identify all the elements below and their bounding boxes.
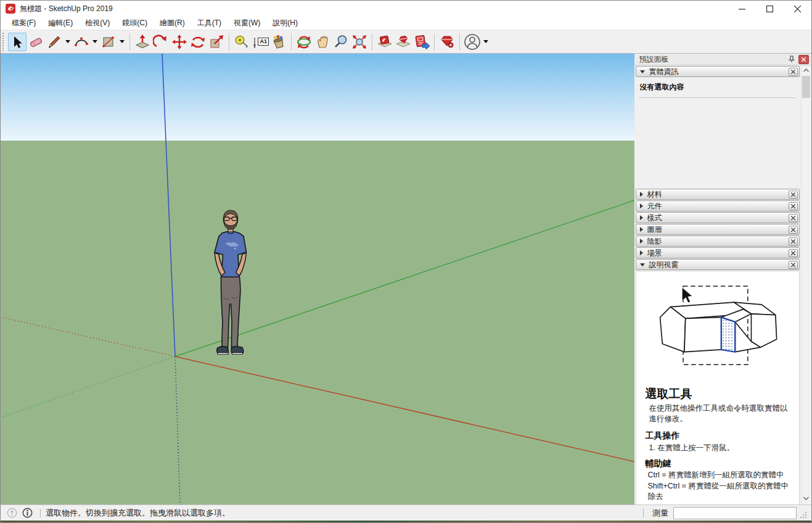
rectangle-tool-dropdown[interactable] [118,33,126,51]
text-tool-button[interactable]: A1 [251,33,269,51]
sketchup-logo-icon [6,4,15,14]
section-label: 場景 [647,248,789,258]
pan-tool-button[interactable] [313,33,332,51]
push-pull-tool-button[interactable] [133,33,152,51]
menu-tools[interactable]: 工具(T) [191,16,228,30]
instructor-operation-heading: 工具操作 [645,430,794,442]
toolbar-grip[interactable] [2,33,6,51]
select-tool-button[interactable] [8,33,27,51]
close-section-button[interactable] [789,214,798,222]
line-tool-button[interactable] [45,33,64,51]
section-styles[interactable]: 樣式 [636,212,800,223]
scrollbar-thumb[interactable] [802,76,810,98]
arc-tool-button[interactable] [72,33,91,51]
tray-close-button[interactable] [798,55,809,64]
model-viewport[interactable] [1,54,634,504]
section-instructor[interactable]: 說明視窗 [636,259,800,270]
close-button[interactable] [784,1,811,17]
sketchup-window: 無標題 - SketchUp Pro 2019 檔案(F) 編輯(E) 檢視(V… [0,0,812,523]
arc-icon [73,35,89,49]
window-title: 無標題 - SketchUp Pro 2019 [20,4,113,14]
instructor-operation-step: 1. 在實體上按一下滑鼠。 [649,443,794,453]
pin-icon[interactable] [787,55,797,64]
rotate-icon [190,34,206,50]
resize-grip[interactable] [799,511,808,519]
tape-measure-tool-button[interactable] [232,33,251,51]
close-section-button[interactable] [789,237,798,245]
paint-bucket-tool-button[interactable] [269,33,288,51]
menu-bar: 檔案(F) 編輯(E) 檢視(V) 鏡頭(C) 繪圖(R) 工具(T) 視窗(W… [1,17,811,30]
section-layers[interactable]: 圖層 [636,224,800,235]
desktop-background-strip [1,521,811,523]
line-tool-dropdown[interactable] [64,33,72,51]
geolocation-icon[interactable] [7,508,17,518]
send-to-layout-button[interactable] [412,33,431,51]
text-pin-icon [252,35,257,49]
menu-view[interactable]: 檢視(V) [79,16,116,30]
menu-help[interactable]: 說明(H) [266,16,304,30]
account-dropdown[interactable] [482,33,490,51]
instructor-modifier-heading: 輔助鍵 [645,458,794,469]
3d-warehouse-button[interactable] [375,33,394,51]
orbit-icon [296,34,312,50]
scale-tool-button[interactable] [207,33,226,51]
close-icon [791,239,795,244]
expand-arrow-icon [640,250,643,255]
status-separator [40,509,41,517]
section-shadows[interactable]: 陰影 [636,236,800,247]
panel-scrollbar[interactable] [801,65,811,504]
measurements-label: 測量 [652,508,668,519]
eraser-tool-button[interactable] [27,33,45,51]
scroll-down-button[interactable] [802,493,811,503]
move-tool-button[interactable] [170,33,189,51]
pencil-icon [47,35,62,49]
orbit-tool-button[interactable] [295,33,313,51]
status-message: 選取物件。切換到擴充選取。拖曳滑鼠以選取多項。 [46,508,638,519]
credits-icon[interactable] [22,508,33,518]
toolbar-separator [434,33,435,51]
close-section-button[interactable] [789,191,798,199]
status-separator [643,509,644,517]
close-icon [802,57,806,62]
offset-tool-button[interactable] [152,33,170,51]
extension-manager-icon [438,34,456,50]
account-button[interactable] [463,33,482,51]
section-label: 樣式 [647,213,789,223]
zoom-tool-button[interactable] [332,33,350,51]
3d-warehouse-icon [376,34,393,50]
menu-draw[interactable]: 繪圖(R) [154,16,191,30]
section-scenes[interactable]: 場景 [636,247,800,258]
section-label: 元件 [647,201,789,212]
chevron-down-icon [483,40,488,43]
maximize-button[interactable] [756,1,784,17]
section-materials[interactable]: 材料 [636,189,800,200]
close-icon [791,251,795,255]
close-section-button[interactable] [789,249,798,257]
section-components[interactable]: 元件 [636,200,800,212]
menu-file[interactable]: 檔案(F) [6,16,42,30]
menu-window[interactable]: 視窗(W) [228,16,266,30]
rotate-tool-button[interactable] [189,33,207,51]
menu-edit[interactable]: 編輯(E) [42,16,79,30]
section-label: 材料 [647,189,789,200]
rectangle-tool-button[interactable] [99,33,118,51]
move-icon [171,34,187,50]
measurements-input[interactable] [673,507,797,519]
minimize-button[interactable] [728,1,756,17]
arc-tool-dropdown[interactable] [91,33,99,51]
section-entity-info[interactable]: 實體資訊 [636,66,800,77]
zoom-extents-tool-button[interactable] [350,33,369,51]
close-section-button[interactable] [789,68,798,76]
offset-icon [153,34,169,50]
extension-warehouse-button[interactable] [394,33,412,51]
close-section-button[interactable] [789,226,798,234]
instructor-description: 在使用其他操作工具或命令時選取實體以進行修改。 [649,403,794,424]
menu-camera[interactable]: 鏡頭(C) [116,16,154,30]
scroll-up-button[interactable] [802,65,811,75]
toolbar-separator [372,33,372,51]
entity-info-content: 沒有選取內容 [636,78,800,189]
close-section-button[interactable] [789,202,798,210]
close-section-button[interactable] [789,261,798,269]
extension-manager-button[interactable] [438,33,456,51]
close-icon [791,228,795,232]
